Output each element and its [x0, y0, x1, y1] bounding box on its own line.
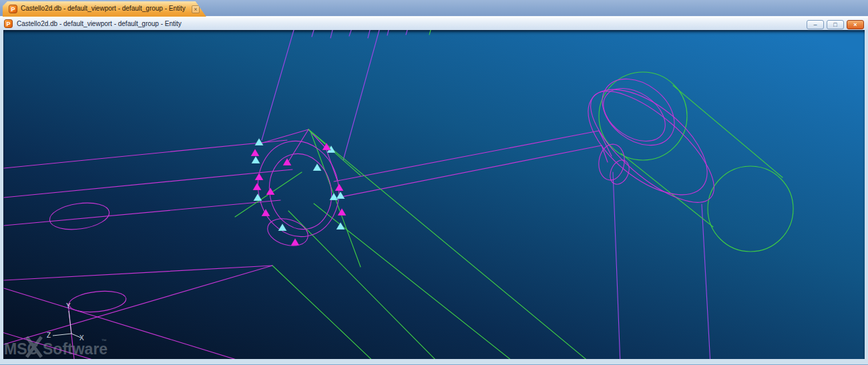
magenta-marker-icon [335, 184, 344, 191]
magenta-marker-icon [253, 183, 262, 190]
patran-window: P Castello2d.db - default_viewport - def… [0, 0, 868, 365]
axis-z-line [53, 334, 71, 336]
patran-icon[interactable]: P [4, 19, 13, 28]
wireframe-ellipse [590, 65, 687, 159]
wireframe-ellipse [606, 157, 632, 187]
cyan-marker-icon [252, 156, 260, 163]
close-button[interactable]: × [847, 20, 864, 29]
wireframe-line [702, 204, 710, 359]
magenta-marker-icon [251, 149, 260, 156]
wireframe-line [288, 211, 441, 359]
wireframe-line [4, 169, 292, 198]
axis-y-label: Y [66, 302, 71, 310]
wireframe-line [429, 30, 431, 35]
wireframe-line [331, 30, 333, 38]
wireframe-line [312, 30, 314, 37]
tab-close-icon[interactable]: × [192, 5, 200, 13]
viewport-tab[interactable]: P Castello2d.db - default_viewport - def… [3, 1, 206, 17]
wireframe-ellipse [574, 73, 730, 220]
wireframe-line [308, 129, 593, 359]
wireframe-ellipse [264, 214, 311, 250]
tab-bar: P Castello2d.db - default_viewport - def… [0, 0, 868, 17]
cyan-marker-icon [337, 222, 345, 230]
wireframe-line [272, 266, 377, 359]
cyan-marker-icon [330, 193, 339, 200]
wireframe-line [314, 204, 517, 359]
wireframe-line [4, 266, 272, 280]
magenta-marker-icon [255, 173, 264, 180]
magenta-marker-icon [291, 238, 300, 246]
wireframe-circle [708, 166, 793, 252]
wireframe-line [4, 200, 280, 226]
wireframe-line [4, 140, 287, 168]
msc-software-watermark: MSCSoftware™ [4, 337, 107, 358]
wireframe-line [338, 145, 602, 198]
wireframe-line [599, 131, 612, 156]
viewport-canvas[interactable]: XYZMSCSoftware™ [3, 30, 865, 359]
scene-svg: XYZMSCSoftware™ [3, 30, 865, 359]
watermark-software-text: Software [43, 340, 107, 358]
axis-y-line [69, 311, 71, 334]
wireframe-line [334, 131, 599, 181]
patran-icon: P [9, 5, 17, 13]
wireframe-circle [599, 72, 687, 160]
wireframe-line [4, 288, 254, 359]
wireframe-line [673, 85, 783, 177]
window-titlebar: P Castello2d.db - default_viewport - def… [0, 17, 868, 30]
wireframe-line [613, 172, 620, 359]
window-title: Castello2d.db - default_viewport - defau… [17, 20, 182, 27]
wireframe-line [343, 30, 379, 160]
cyan-marker-icon [337, 192, 345, 199]
wireframe-line [387, 30, 389, 35]
wireframe-ellipse [48, 200, 111, 233]
wireframe-line [368, 30, 370, 38]
wireframe-line [349, 30, 351, 36]
watermark-tm-text: ™ [101, 338, 107, 344]
tab-title: Castello2d.db - default_viewport - defau… [21, 5, 186, 12]
wireframe-line [4, 266, 272, 344]
axis-z-label: Z [47, 332, 51, 339]
wireframe-ellipse [262, 148, 339, 236]
magenta-marker-icon [262, 209, 270, 216]
minimize-button[interactable]: – [807, 20, 824, 29]
window-controls: – □ × [807, 20, 864, 29]
magenta-marker-icon [338, 208, 347, 216]
restore-button[interactable]: □ [827, 20, 844, 29]
wireframe-ellipse [570, 69, 726, 214]
wireframe-line [406, 30, 407, 35]
cyan-marker-icon [278, 224, 287, 231]
wireframe-line [262, 30, 294, 140]
cyan-marker-icon [254, 194, 262, 201]
